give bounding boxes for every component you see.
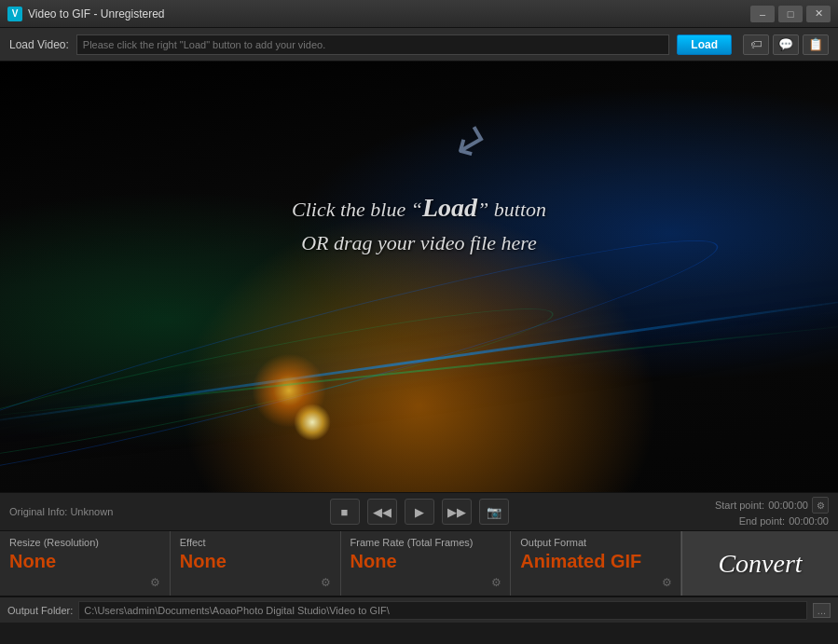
clipboard-icon-button[interactable]: 📋 bbox=[803, 34, 829, 55]
effect-label: Effect bbox=[180, 537, 206, 548]
controls-bar: Original Info: Unknown ■ ◀◀ ▶ ▶▶ 📷 Start… bbox=[0, 492, 838, 531]
output-format-label: Output Format bbox=[520, 537, 586, 548]
effect-option[interactable]: Effect None ⚙ bbox=[171, 531, 341, 596]
end-point-row: End point: 00:00:00 bbox=[739, 515, 829, 527]
play-button[interactable]: ▶ bbox=[405, 499, 434, 525]
output-row: Output Folder: ... bbox=[0, 596, 838, 623]
hint-load-word: Load bbox=[422, 193, 477, 222]
app-icon: V bbox=[7, 7, 22, 21]
tag-icon-button[interactable]: 🏷 bbox=[743, 34, 769, 55]
resize-settings-icon[interactable]: ⚙ bbox=[147, 574, 164, 591]
start-point-row: Start point: 00:00:00 ⚙ bbox=[715, 497, 829, 514]
stop-button[interactable]: ■ bbox=[330, 499, 360, 525]
time-settings-icon[interactable]: ⚙ bbox=[812, 497, 829, 514]
effect-value: None bbox=[180, 550, 227, 572]
screenshot-button[interactable]: 📷 bbox=[479, 499, 509, 525]
framerate-settings-icon[interactable]: ⚙ bbox=[488, 574, 504, 591]
resize-value: None bbox=[9, 550, 56, 572]
next-frame-button[interactable]: ▶▶ bbox=[442, 499, 472, 525]
output-format-settings-icon[interactable]: ⚙ bbox=[658, 574, 675, 591]
load-label: Load Video: bbox=[9, 38, 69, 51]
prev-frame-button[interactable]: ◀◀ bbox=[367, 499, 397, 525]
options-row: Resize (Resolution) None ⚙ Effect None ⚙… bbox=[0, 531, 838, 596]
framerate-option[interactable]: Frame Rate (Total Frames) None ⚙ bbox=[341, 531, 512, 596]
video-background bbox=[0, 62, 838, 492]
window-controls: – □ ✕ bbox=[750, 6, 831, 22]
output-folder-label: Output Folder: bbox=[7, 605, 73, 616]
end-point-label: End point: bbox=[739, 515, 786, 527]
maximize-button[interactable]: □ bbox=[778, 6, 803, 22]
effect-settings-icon[interactable]: ⚙ bbox=[318, 574, 335, 591]
close-button[interactable]: ✕ bbox=[806, 6, 831, 22]
video-area[interactable]: ↵ Click the blue “Load” button OR drag y… bbox=[0, 62, 838, 492]
time-info: Start point: 00:00:00 ⚙ End point: 00:00… bbox=[642, 497, 829, 527]
convert-button[interactable]: Convert bbox=[718, 549, 802, 579]
start-point-value: 00:00:00 bbox=[768, 500, 808, 511]
toolbar-icons: 🏷 💬 📋 bbox=[743, 34, 829, 55]
convert-button-area[interactable]: Convert bbox=[681, 531, 838, 596]
start-point-label: Start point: bbox=[715, 500, 764, 511]
hint-text: Click the blue “Load” button OR drag you… bbox=[292, 188, 546, 258]
resize-label: Resize (Resolution) bbox=[9, 537, 99, 548]
output-format-option[interactable]: Output Format Animated GIF ⚙ bbox=[511, 531, 681, 596]
playback-controls: ■ ◀◀ ▶ ▶▶ 📷 bbox=[196, 499, 642, 525]
light-streak-4 bbox=[294, 404, 331, 441]
output-more-button[interactable]: ... bbox=[813, 603, 831, 618]
video-hint: ↵ Click the blue “Load” button OR drag y… bbox=[292, 136, 546, 258]
framerate-label: Frame Rate (Total Frames) bbox=[350, 537, 474, 548]
end-point-value: 00:00:00 bbox=[789, 515, 829, 527]
titlebar: V Video to GIF - Unregistered – □ ✕ bbox=[0, 0, 838, 28]
chat-icon-button[interactable]: 💬 bbox=[773, 34, 799, 55]
output-format-value: Animated GIF bbox=[520, 550, 641, 572]
load-button[interactable]: Load bbox=[677, 34, 732, 55]
load-input[interactable] bbox=[76, 34, 669, 55]
original-info: Original Info: Unknown bbox=[9, 506, 196, 517]
resize-option[interactable]: Resize (Resolution) None ⚙ bbox=[0, 531, 171, 596]
app-title: Video to GIF - Unregistered bbox=[28, 7, 750, 21]
minimize-button[interactable]: – bbox=[750, 6, 775, 22]
framerate-value: None bbox=[350, 550, 397, 572]
output-path-input[interactable] bbox=[78, 601, 807, 620]
load-bar: Load Video: Load 🏷 💬 📋 bbox=[0, 28, 838, 62]
